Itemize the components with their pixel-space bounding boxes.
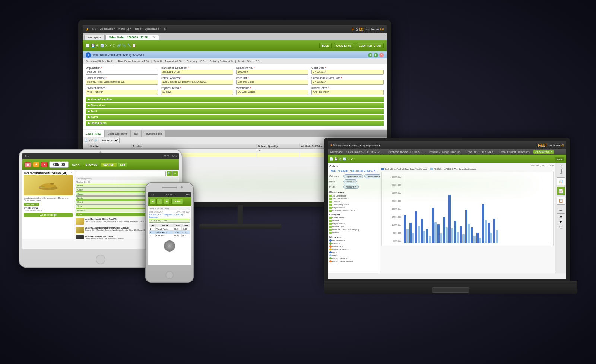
tab-tax[interactable]: Tax xyxy=(131,130,141,137)
chart-bar-btn[interactable]: 📊 xyxy=(557,177,565,185)
openbravo-menu[interactable]: Openbravo ▾ xyxy=(145,28,160,31)
chart-table-btn[interactable]: 📋 xyxy=(557,197,565,205)
measure-ending-fiscal[interactable]: endingBalanceFiscal xyxy=(329,260,378,262)
tab-workspace[interactable]: Workspace xyxy=(84,35,105,40)
tablet-home-button[interactable] xyxy=(96,255,105,264)
linked-items-section[interactable]: ▶ Linked Items xyxy=(86,121,384,126)
bar-lightblue-11 xyxy=(462,234,465,243)
col-filter-credit[interactable]: creditAmount ✕ xyxy=(364,174,380,178)
analytics-openbravo[interactable]: Openbravo ▾ xyxy=(367,144,380,147)
cat-period-year[interactable]: Period - Year xyxy=(329,226,378,228)
pl-tab[interactable]: Price List - Fruit & Rai s... xyxy=(466,151,495,153)
cat-cost-center[interactable]: Cost Center xyxy=(329,217,378,219)
dim-1st[interactable]: 1st Dimension xyxy=(329,195,378,197)
payment-terms-input[interactable]: 30 days xyxy=(161,90,233,95)
analytics-help[interactable]: Help ▾ xyxy=(361,144,367,147)
warehouse-input[interactable]: US East Coast xyxy=(236,90,308,95)
cube-item[interactable]: FDB - Financial - F&B Internal Group 1: … xyxy=(329,169,378,172)
organization-input[interactable]: F&B US, Inc. xyxy=(86,70,158,75)
book-button[interactable]: Book xyxy=(319,43,332,48)
product-close-btn[interactable]: ✕ xyxy=(70,171,73,174)
close-info[interactable]: ✕ xyxy=(379,53,384,57)
copy-from-order-button[interactable]: Copy from Order xyxy=(356,43,384,48)
ws-tab[interactable]: Workspace xyxy=(330,151,343,153)
pos-browse-btn[interactable]: BROWSE xyxy=(83,163,100,167)
tab-basic-discounts[interactable]: Basic Discounts xyxy=(105,130,130,137)
measure-debit2[interactable]: debit xyxy=(329,251,378,253)
pos-scan-btn[interactable]: SCAN xyxy=(70,163,82,167)
search-magnifier-icon[interactable]: 🔍 xyxy=(167,171,172,176)
measure-ending[interactable]: endingBalance xyxy=(329,257,378,259)
analytics-alerts[interactable]: Alerts (1) ▾ xyxy=(350,144,361,147)
dim-2nd[interactable]: 2nd Dimension xyxy=(329,198,378,200)
dimensions-section[interactable]: ▶ Dimensions xyxy=(86,103,384,108)
lines-dropdown[interactable]: Line No. ▾ xyxy=(99,138,120,143)
transaction-doc-input[interactable]: Standard Order xyxy=(161,70,233,75)
measure-balance[interactable]: balance xyxy=(329,242,378,245)
field-organization: Organization * F&B US, Inc. xyxy=(86,67,158,75)
copy-lines-button[interactable]: Copy Lines xyxy=(334,43,354,48)
pos-edit-btn[interactable]: EdIt xyxy=(118,163,127,167)
chart-type-btn[interactable]: 📈 xyxy=(557,187,565,195)
measure-init-fiscal[interactable]: initBalanceFiscal xyxy=(329,248,378,250)
dim-org[interactable]: Organisation xyxy=(329,207,378,209)
order-no-input[interactable]: 1000079 xyxy=(236,70,308,75)
cat-period[interactable]: Period xyxy=(329,220,378,222)
tab-lines-new[interactable]: Lines - New xyxy=(83,130,104,137)
help-menu[interactable]: Help ▾ xyxy=(134,28,142,31)
cat-project[interactable]: Project xyxy=(329,232,378,234)
si-tab[interactable]: Sales Invoice - 1000108 - 27-1... xyxy=(346,151,384,153)
pos-search-input[interactable] xyxy=(76,171,166,176)
dim-bp[interactable]: Business Partner - Bus... xyxy=(329,210,378,212)
nav-prev[interactable]: ◀ xyxy=(368,53,372,57)
analytics-app-menu[interactable]: Application ▾ xyxy=(337,144,350,147)
dim-account[interactable]: Account xyxy=(329,201,378,203)
tab-sales-order[interactable]: Sales Order - 1000079 - 27-08-... ✕ xyxy=(105,35,159,40)
erp-tabs-row: Workspace Sales Order - 1000079 - 27-08-… xyxy=(83,33,387,40)
phone-done-btn[interactable]: DONE xyxy=(171,199,183,204)
laptop-trackpad[interactable] xyxy=(432,287,469,293)
tab-payment-plan[interactable]: Payment Plan xyxy=(142,130,165,137)
phone-pause-btn[interactable]: ⏸ xyxy=(156,199,162,204)
dim-acc-date[interactable]: Accounting Date xyxy=(329,204,378,206)
more-info-section[interactable]: ▶ More Information xyxy=(86,97,384,102)
add-to-receipt-btn[interactable]: Add to receipt xyxy=(24,213,73,217)
measure-init[interactable]: initBalance xyxy=(329,245,378,248)
prod-tab[interactable]: Product - Orange Juice No... xyxy=(429,151,462,153)
pos-search-btn[interactable]: SEARCH xyxy=(101,163,117,167)
phone-table-row-1[interactable]: 1 Vans U Auth... 65.00 65.00 xyxy=(149,227,190,231)
scheduled-delivery-input[interactable]: 27-08-2014 xyxy=(311,80,384,85)
dp-tab[interactable]: Discounts and Promotions xyxy=(499,151,530,153)
cat-product-cat[interactable]: Product - Product Category xyxy=(329,229,378,231)
application-menu[interactable]: Application ▾ xyxy=(100,28,115,31)
phone-next-btn[interactable]: ▶ xyxy=(164,199,169,204)
price-list-input[interactable]: General Sales xyxy=(236,80,308,85)
store-stock-btn[interactable]: Store stock: 0 xyxy=(24,203,39,206)
invoice-terms-input[interactable]: After Delivery xyxy=(311,90,384,95)
filter-icon[interactable]: ▼ xyxy=(557,220,565,224)
expand-icon[interactable]: ⊞ xyxy=(557,225,565,229)
measure-debit[interactable]: debitAmount xyxy=(329,239,378,242)
search-plus-icon[interactable]: + xyxy=(172,171,178,176)
notes-section[interactable]: ▶ Notes xyxy=(86,115,384,120)
nav-next[interactable]: ▶ xyxy=(374,53,378,57)
business-partner-input[interactable]: Healthy Food Supermarkets, Co. xyxy=(86,80,158,85)
phone-table-row-3[interactable]: 2 Converse... 45.00 90.00 xyxy=(149,234,190,237)
dba-tab[interactable]: DB Analytics ✕ xyxy=(533,150,554,154)
partner-address-input[interactable]: 109 S Castle St, Baltimore, MO 21231 xyxy=(161,80,233,85)
measure-credit[interactable]: credit xyxy=(329,254,378,256)
pos-delete-btn[interactable]: 🗑 xyxy=(24,162,31,167)
alerts-menu[interactable]: Alerts (1) ▾ xyxy=(118,28,131,31)
payment-method-input[interactable]: Wire Transfer xyxy=(86,90,158,95)
pos-trash-btn[interactable]: ✕ xyxy=(41,162,48,167)
audit-section[interactable]: ▶ Audit xyxy=(86,109,384,114)
settings-icon[interactable]: ⚙ xyxy=(557,215,565,219)
col-filter-org[interactable]: Organisation ✕ xyxy=(343,174,363,178)
pos-star-btn[interactable]: ★ xyxy=(33,162,39,167)
pi-tab[interactable]: Purchase Invoice - 1000422 + ... xyxy=(388,151,425,153)
order-date-input[interactable]: 27-05-2014 xyxy=(311,70,384,75)
cat-org[interactable]: Organisation xyxy=(329,223,378,225)
phone-prev-btn[interactable]: ◀ xyxy=(149,199,155,204)
phone-home-button[interactable] xyxy=(165,271,174,279)
phone-table-row-2[interactable]: 1 Vans Sk8-Hi... 85.00 85.00 xyxy=(149,231,190,234)
